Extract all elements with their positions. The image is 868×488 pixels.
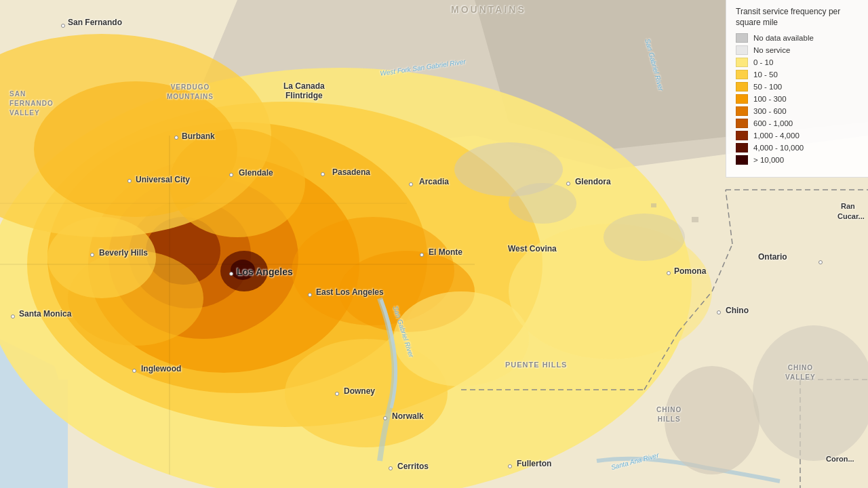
city-dot-beverly-hills bbox=[90, 253, 94, 257]
city-dot-universal bbox=[127, 179, 132, 183]
city-dot-san-fernando bbox=[61, 24, 65, 28]
legend-label-50-100: 50 - 100 bbox=[753, 83, 782, 91]
map-container: MOUNTAINS San Fernando La CanadaFlintrid… bbox=[0, 0, 868, 488]
legend-label-10000plus: > 10,000 bbox=[753, 156, 784, 164]
legend-swatch-300-600 bbox=[736, 106, 748, 116]
legend-panel: Transit service frequency per square mil… bbox=[726, 0, 868, 178]
legend-item-50-100: 50 - 100 bbox=[736, 82, 859, 92]
svg-point-39 bbox=[454, 142, 563, 197]
legend-item-no-data: No data available bbox=[736, 33, 859, 43]
legend-swatch-1000-4000 bbox=[736, 131, 748, 140]
legend-label-4000-10000: 4,000 - 10,000 bbox=[753, 144, 804, 152]
city-dot-santa-monica bbox=[11, 314, 15, 319]
city-dot-pasadena bbox=[321, 172, 325, 176]
legend-label-600-1000: 600 - 1,000 bbox=[753, 119, 793, 127]
city-dot-chino bbox=[717, 310, 721, 314]
city-dot-cerritos bbox=[389, 466, 393, 470]
legend-label-10-50: 10 - 50 bbox=[753, 70, 778, 79]
legend-title: Transit service frequency per square mil… bbox=[736, 7, 859, 28]
city-dot-glendale bbox=[229, 173, 233, 177]
svg-rect-24 bbox=[651, 203, 656, 207]
legend-label-0-10: 0 - 10 bbox=[753, 58, 773, 66]
city-dot-ontario bbox=[818, 260, 823, 264]
legend-item-10-50: 10 - 50 bbox=[736, 70, 859, 79]
city-dot-arcadia bbox=[409, 182, 413, 186]
legend-item-0-10: 0 - 10 bbox=[736, 58, 859, 67]
legend-swatch-no-data bbox=[736, 33, 748, 43]
city-dot-glendora bbox=[566, 182, 570, 186]
legend-swatch-4000-10000 bbox=[736, 143, 748, 152]
legend-swatch-no-service bbox=[736, 45, 748, 55]
city-dot-burbank bbox=[174, 136, 178, 140]
svg-point-41 bbox=[665, 366, 760, 474]
city-dot-el-monte bbox=[420, 253, 424, 257]
city-dot-la bbox=[229, 272, 233, 276]
legend-swatch-10000plus bbox=[736, 155, 748, 165]
city-dot-norwalk bbox=[383, 416, 387, 420]
legend-label-no-data: No data available bbox=[753, 34, 814, 42]
legend-item-no-service: No service bbox=[736, 45, 859, 55]
city-dot-pomona bbox=[667, 271, 671, 275]
legend-item-10000plus: > 10,000 bbox=[736, 155, 859, 165]
legend-label-no-service: No service bbox=[753, 46, 790, 54]
svg-point-13 bbox=[231, 260, 255, 280]
legend-item-4000-10000: 4,000 - 10,000 bbox=[736, 143, 859, 152]
legend-item-600-1000: 600 - 1,000 bbox=[736, 119, 859, 128]
svg-point-19 bbox=[170, 129, 305, 237]
legend-label-300-600: 300 - 600 bbox=[753, 107, 787, 115]
legend-swatch-0-10 bbox=[736, 58, 748, 67]
legend-label-100-300: 100 - 300 bbox=[753, 95, 787, 103]
legend-item-100-300: 100 - 300 bbox=[736, 94, 859, 104]
legend-swatch-600-1000 bbox=[736, 119, 748, 128]
city-dot-inglewood bbox=[132, 369, 136, 373]
svg-rect-25 bbox=[692, 217, 698, 222]
legend-label-1000-4000: 1,000 - 4,000 bbox=[753, 131, 800, 140]
legend-swatch-100-300 bbox=[736, 94, 748, 104]
city-dot-east-la bbox=[308, 293, 312, 297]
legend-item-300-600: 300 - 600 bbox=[736, 106, 859, 116]
city-dot-downey bbox=[335, 392, 339, 396]
legend-item-1000-4000: 1,000 - 4,000 bbox=[736, 131, 859, 140]
city-dot-fullerton bbox=[508, 464, 512, 468]
legend-swatch-50-100 bbox=[736, 82, 748, 92]
svg-point-38 bbox=[604, 214, 685, 261]
svg-point-22 bbox=[393, 291, 529, 386]
legend-swatch-10-50 bbox=[736, 70, 748, 79]
